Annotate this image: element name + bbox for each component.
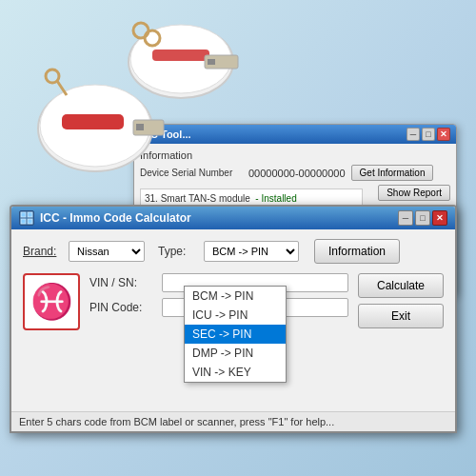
usb-drive-bottom — [19, 67, 171, 190]
svg-rect-15 — [28, 212, 32, 217]
bg-serial-value: 00000000-00000000 — [248, 168, 346, 179]
svg-rect-9 — [62, 114, 124, 129]
svg-rect-16 — [21, 219, 26, 224]
bg-window-controls: ─ □ ✕ — [407, 128, 450, 141]
dropdown-item-vin-key[interactable]: VIN -> KEY — [185, 363, 286, 382]
status-text: Enter 5 chars code from BCM label or sca… — [19, 416, 334, 427]
bg-info-row: Information — [140, 149, 450, 161]
svg-rect-11 — [136, 124, 144, 130]
app-icon — [19, 210, 34, 226]
main-maximize-button[interactable]: □ — [415, 210, 430, 226]
app-icon-svg — [20, 211, 33, 225]
type-label: Type: — [158, 245, 196, 258]
svg-point-13 — [46, 69, 59, 83]
pisces-symbol: ♓ — [30, 285, 73, 319]
bg-titlebar: ICC Tool... ─ □ ✕ — [134, 125, 456, 144]
brand-label: Brand: — [23, 245, 61, 258]
dropdown-item-dmp-pin[interactable]: DMP -> PIN — [185, 344, 286, 363]
status-bar: Enter 5 chars code from BCM label or sca… — [11, 411, 455, 431]
main-window-title: ICC - Immo Code Calculator — [40, 211, 191, 225]
bg-minimize-button[interactable]: ─ — [407, 128, 420, 141]
main-win-controls: ─ □ ✕ — [398, 210, 447, 226]
dropdown-item-sec-pin[interactable]: SEC -> PIN — [185, 325, 286, 344]
usb-bottom-svg — [19, 67, 171, 190]
exit-button[interactable]: Exit — [358, 304, 444, 328]
brand-select[interactable]: Nissan — [69, 241, 145, 262]
svg-rect-14 — [21, 212, 26, 217]
info-button[interactable]: Information — [314, 239, 400, 264]
main-titlebar: ICC - Immo Code Calculator ─ □ ✕ — [11, 207, 455, 229]
main-minimize-button[interactable]: ─ — [398, 210, 413, 226]
bg-close-button[interactable]: ✕ — [437, 128, 450, 141]
type-dropdown[interactable]: BCM -> PIN ICU -> PIN SEC -> PIN DMP -> … — [184, 286, 287, 383]
svg-rect-2 — [152, 50, 209, 61]
bg-device-row: Device Serial Number 00000000-00000000 G… — [140, 165, 450, 181]
dropdown-item-bcm-pin[interactable]: BCM -> PIN — [185, 287, 286, 306]
svg-rect-4 — [208, 59, 215, 65]
bg-maximize-button[interactable]: □ — [422, 128, 435, 141]
pisces-icon-area: ♓ — [23, 273, 80, 330]
bg-get-info-button[interactable]: Get Information — [351, 165, 434, 181]
type-select[interactable]: BCM -> PIN — [204, 241, 299, 262]
svg-rect-17 — [28, 219, 32, 224]
svg-point-6 — [133, 23, 149, 38]
main-close-button[interactable]: ✕ — [432, 210, 447, 226]
dropdown-item-icu-pin[interactable]: ICU -> PIN — [185, 306, 286, 325]
brand-type-row: Brand: Nissan Type: BCM -> PIN Informati… — [23, 239, 444, 264]
calculate-button[interactable]: Calculate — [358, 273, 444, 298]
bg-show-report-button[interactable]: Show Report — [378, 185, 450, 201]
buttons-area: Calculate Exit — [358, 273, 444, 330]
vin-label: VIN / SN: — [89, 276, 156, 289]
pin-label: PIN Code: — [89, 301, 156, 314]
